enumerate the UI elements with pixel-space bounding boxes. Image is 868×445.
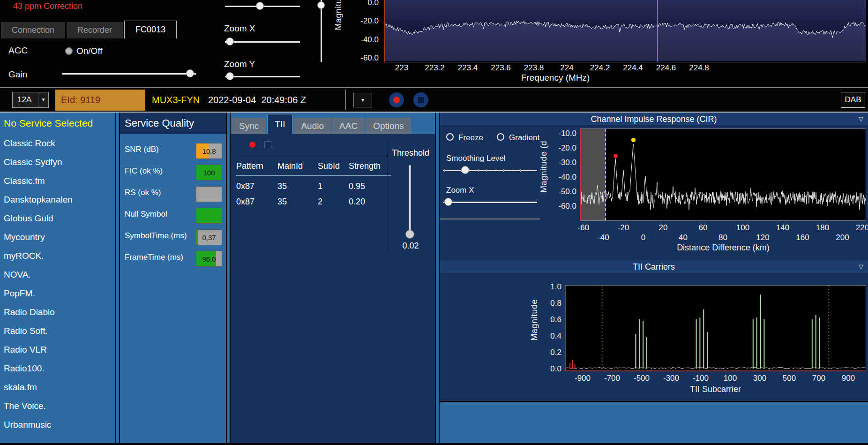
service-list-item[interactable]: Classic Rock [0,134,115,153]
cir-zoom-x-slider[interactable] [443,198,537,206]
panel-splitter[interactable] [226,113,231,443]
slider-track [443,202,537,203]
stop-button[interactable] [413,92,428,107]
zoom-y-slider[interactable] [225,72,300,81]
slider-thumb[interactable] [226,72,234,80]
decoder-tab-sync[interactable]: Sync [232,118,266,134]
slider-thumb[interactable] [461,166,469,174]
separator [387,138,388,250]
dropdown-button[interactable]: ▼ [353,93,372,107]
record-button[interactable] [389,92,404,107]
service-list-item[interactable]: Radio Soft. [0,322,115,340]
spectrum-x-tick: 224.2 [590,63,610,73]
spectrum-frequency-marker [657,0,658,62]
chevron-down-icon: ▼ [38,92,48,107]
quality-metric-label: SNR (dB) [125,145,159,154]
tuner-tab-recorder[interactable]: Recorder [67,22,123,38]
cir-x-tick: -20 [618,223,629,233]
tii-y-tick: 1.0 [550,282,561,292]
record-icon [393,97,400,103]
cir-x-tick: 160 [796,233,809,242]
zoom-x-slider[interactable] [225,38,300,46]
spectrum-scale-slider-thumb[interactable] [317,1,325,9]
threshold-slider-thumb[interactable] [405,230,414,239]
service-list-item[interactable]: PopFM. [0,284,115,303]
tuner-tab-strip: ConnectionRecorderFC0013 [1,21,177,38]
tii-table: PatternMainIdSubIdStrength 0x873510.950x… [236,161,391,207]
record-indicator-icon[interactable] [249,142,255,148]
service-list-item[interactable]: Radio100. [0,359,115,378]
cir-x-axis-upper: -60-202060100140180220 [580,223,866,232]
service-list-item[interactable]: skala.fm [0,378,115,397]
quality-row: Null Symbol [120,205,226,227]
stop-icon [418,97,424,103]
tii-table-cell: 2 [318,197,349,207]
decoder-tab-tii[interactable]: TII [267,114,292,134]
decoder-tab-aac[interactable]: AAC [332,118,365,134]
service-list-item[interactable]: NOVA. [0,265,115,284]
spectrum-scale-slider[interactable] [321,0,322,62]
quality-row: RS (ok %) [120,184,226,205]
quality-metric-label: FIC (ok %) [125,166,163,176]
correction-slider[interactable] [225,2,300,10]
service-list-item[interactable]: myROCK. [0,247,115,265]
decoder-tab-options[interactable]: Options [366,118,411,134]
spectrum-y-axis-label: Magnitude [334,0,344,30]
cir-zoom-x-label: Zoom X [446,186,474,195]
slider-thumb[interactable] [256,2,264,10]
service-list-item[interactable]: Dansktopkanalen [0,190,115,209]
collapse-triangle-icon[interactable]: ▽ [859,260,863,273]
slider-thumb[interactable] [226,38,234,45]
channel-combobox[interactable]: 12A ▼ [12,92,49,108]
panel-splitter[interactable] [435,113,440,443]
tii-column-header: Strength [349,161,389,171]
panel-splitter[interactable] [115,113,120,443]
smoothing-level-label: Smoothing Level [446,154,506,163]
gain-slider[interactable] [62,69,196,78]
toolbar: 12A ▼ EId: 9119 MUX3-FYN 2022-09-04 20:4… [0,87,868,113]
tuner-tab-connection[interactable]: Connection [1,22,65,38]
cir-plot[interactable] [580,128,866,221]
tii-x-tick: 100 [724,374,737,383]
cir-x-tick: 220 [856,223,868,233]
qirx-dab-window: 43 ppm Correction ConnectionRecorderFC00… [0,0,868,445]
cir-x-tick: -60 [578,223,590,233]
empty-area [440,401,868,443]
slider-thumb[interactable] [444,198,452,206]
cir-x-tick: 20 [659,223,668,233]
agc-onoff-label: On/Off [76,46,103,56]
tuner-tab-fc0013[interactable]: FC0013 [124,21,177,38]
separator [236,155,387,155]
stop-indicator-icon[interactable] [264,141,271,148]
service-list-item[interactable]: The Voice. [0,397,115,415]
service-list-item[interactable]: Classic Sydfyn [0,153,115,172]
service-list-item[interactable]: Globus Guld [0,209,115,228]
ppm-correction-label: 43 ppm Correction [13,1,82,11]
agc-onoff-radio[interactable] [65,47,73,55]
decoder-panel: SyncTIIAudioAACOptions PatternMainIdSubI… [231,113,435,443]
tii-carriers-plot[interactable] [565,285,866,371]
cir-y-tick: -10.0 [558,129,576,138]
timestamp: 2022-09-04 20:49:06 Z [208,88,306,112]
smoothing-level-slider[interactable] [443,166,537,174]
service-list-item[interactable]: Radio Diablo [0,303,115,322]
service-list-item[interactable]: Mycountry [0,228,115,247]
cir-marker-dot [631,138,636,142]
freeze-radio[interactable] [446,133,454,141]
spectrum-y-tick: 0.0 [367,0,379,8]
service-list-item[interactable]: Radio VLR [0,340,115,359]
gradient-radio[interactable] [497,133,504,141]
spectrum-plot[interactable] [384,0,866,62]
service-list-item[interactable]: Urbanmusic [0,415,115,434]
spectrum-x-tick: 223.6 [491,63,511,73]
slider-thumb[interactable] [186,69,194,77]
decoder-tab-audio[interactable]: Audio [294,118,331,134]
collapse-triangle-icon[interactable]: ▽ [859,113,863,126]
threshold-slider[interactable] [409,165,411,234]
service-list-item[interactable]: Classic.fm [0,172,115,190]
service-list-panel: No Service Selected Classic RockClassic … [0,113,115,443]
cir-x-tick: 100 [736,223,749,233]
cir-y-tick: -60.0 [558,202,576,211]
quality-value-box [196,186,222,202]
cir-x-tick: 0 [641,233,645,242]
